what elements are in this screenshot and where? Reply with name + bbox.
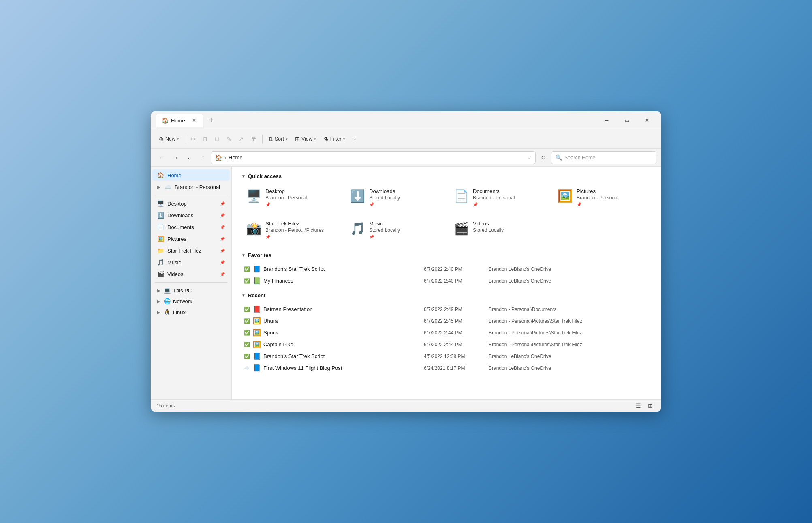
folder-card-videos[interactable]: 🎬 Videos Stored Locally [449,216,548,244]
delete-button[interactable]: 🗑 [248,132,260,146]
search-box[interactable]: 🔍 Search Home [551,151,656,164]
folder-card-music[interactable]: 🎵 Music Stored Locally 📌 [345,216,444,244]
cut-icon: ✂ [191,136,196,142]
file-row-startrek-script[interactable]: ✅ 📘 Brandon's Star Trek Script 6/7/2022 … [241,263,652,275]
tab-home[interactable]: 🏠 Home ✕ [156,114,203,127]
file-row-startrekscript2[interactable]: ✅ 📘 Brandon's Star Trek Script 4/5/2022 … [241,350,652,362]
videos-pin-icon: 📌 [220,272,225,277]
win11blog-name: First Windows 11 Flight Blog Post [263,365,424,371]
forward-button[interactable]: → [169,152,182,164]
minimize-button[interactable]: ─ [597,114,616,127]
sidebar-thispc-label: This PC [173,287,225,294]
refresh-button[interactable]: ↻ [537,152,549,164]
sidebar-item-brandon-personal[interactable]: ▶ ☁️ Brandon - Personal [152,181,230,193]
file-row-win11blog[interactable]: ☁️ 📘 First Windows 11 Flight Blog Post 6… [241,362,652,374]
recent-list: ✅ 📕 Batman Presentation 6/7/2022 2:49 PM… [241,303,652,374]
sidebar-network-label: Network [173,298,225,304]
folder-card-desktop[interactable]: 🖥️ Desktop Brandon - Personal 📌 [241,184,340,212]
uhura-name: Uhura [263,318,424,324]
sidebar-expand-icon: ▶ [157,185,160,189]
new-tab-button[interactable]: + [205,114,217,126]
downloads-card-pin: 📌 [369,202,439,207]
videos-card-name: Videos [473,221,543,227]
sidebar-item-desktop[interactable]: 🖥️ Desktop 📌 [152,198,230,209]
filter-button[interactable]: ⚗ Filter ▾ [320,132,348,146]
back-button[interactable]: ← [156,152,168,164]
search-placeholder: Search Home [564,155,595,161]
sidebar-brandon-label: Brandon - Personal [175,184,225,190]
sidebar-item-network[interactable]: ▶ 🌐 Network [152,296,230,307]
documents-folder-icon: 📄 [157,224,164,230]
tab-close-button[interactable]: ✕ [191,117,197,124]
sidebar-item-linux[interactable]: ▶ 🐧 Linux [152,307,230,317]
close-button[interactable]: ✕ [638,114,656,127]
file-row-captainpike[interactable]: ✅ 🖼️ Captain Pike 6/7/2022 2:44 PM Brand… [241,339,652,350]
batman-date: 6/7/2022 2:49 PM [424,307,489,312]
sidebar-item-pictures[interactable]: 🖼️ Pictures 📌 [152,233,230,244]
maximize-button[interactable]: ▭ [618,114,636,127]
videos-card-icon: 🎬 [454,221,469,236]
startrek-pin-icon: 📌 [220,249,225,253]
sidebar-item-documents[interactable]: 📄 Documents 📌 [152,221,230,233]
address-home-icon: 🏠 [215,154,222,161]
myfinances-status-icon: ✅ [244,278,253,284]
quick-access-chevron-icon: ▼ [241,174,246,178]
copy-button[interactable]: ⊓ [200,132,211,146]
sidebar-item-downloads[interactable]: ⬇️ Downloads 📌 [152,210,230,221]
captainpike-file-icon: 🖼️ [253,341,263,348]
new-button[interactable]: ⊕ New ▾ [156,132,182,146]
sidebar-item-startrekfilez[interactable]: 📁 Star Trek Filez 📌 [152,245,230,256]
recent-header[interactable]: ▼ Recent [241,292,652,298]
file-row-spock[interactable]: ✅ 🖼️ Spock 6/7/2022 2:44 PM Brandon - Pe… [241,327,652,339]
toolbar: ⊕ New ▾ ✂ ⊓ ⊔ ✎ ↗ 🗑 ⇅ Sort ▾ ⊞ [151,129,661,149]
items-count: 15 items [156,403,175,409]
rename-button[interactable]: ✎ [223,132,235,146]
sidebar-pictures-label: Pictures [167,236,217,242]
quick-access-header[interactable]: ▼ Quick access [241,173,652,179]
up-button[interactable]: ↑ [197,152,209,164]
startrekscript2-file-icon: 📘 [253,352,263,360]
pictures-card-sub: Brandon - Personal [577,195,647,201]
sidebar-item-videos[interactable]: 🎬 Videos 📌 [152,268,230,280]
cut-button[interactable]: ✂ [188,132,199,146]
recent-locations-button[interactable]: ⌄ [183,152,195,164]
list-view-button[interactable]: ☰ [633,401,643,410]
linux-expand-icon: ▶ [157,310,160,315]
folder-card-startrek[interactable]: 📸 Star Trek Filez Brandon - Perso...\Pic… [241,216,340,244]
more-label: ··· [353,136,357,142]
view-button[interactable]: ⊞ View ▾ [292,132,319,146]
grid-view-button[interactable]: ⊞ [645,401,656,410]
sidebar-divider-2 [155,282,227,283]
startrek-script-date: 6/7/2022 2:40 PM [424,266,489,272]
pictures-card-info: Pictures Brandon - Personal 📌 [577,188,647,207]
share-icon: ↗ [239,136,244,142]
startrek-card-name: Star Trek Filez [265,221,335,227]
folder-card-downloads[interactable]: ⬇️ Downloads Stored Locally 📌 [345,184,444,212]
file-row-batman[interactable]: ✅ 📕 Batman Presentation 6/7/2022 2:49 PM… [241,303,652,315]
address-bar[interactable]: 🏠 › Home ⌄ [211,151,536,164]
startrek-card-pin: 📌 [265,235,335,239]
linux-icon: 🐧 [164,309,171,315]
sort-button[interactable]: ⇅ Sort ▾ [265,132,291,146]
folder-card-pictures[interactable]: 🖼️ Pictures Brandon - Personal 📌 [553,184,652,212]
paste-button[interactable]: ⊔ [212,132,222,146]
startrek-card-info: Star Trek Filez Brandon - Perso...\Pictu… [265,221,335,239]
documents-card-info: Documents Brandon - Personal 📌 [473,188,543,207]
file-row-myfinances[interactable]: ✅ 📗 My Finances 6/7/2022 2:40 PM Brandon… [241,275,652,287]
documents-card-pin: 📌 [473,202,543,207]
sidebar-item-this-pc[interactable]: ▶ 💻 This PC [152,285,230,296]
favorites-header[interactable]: ▼ Favorites [241,252,652,258]
startrek-script-file-icon: 📘 [253,265,263,273]
sidebar-item-home[interactable]: 🏠 Home [152,169,230,181]
address-dropdown-icon[interactable]: ⌄ [528,155,531,160]
rename-icon: ✎ [227,136,231,142]
share-button[interactable]: ↗ [235,132,247,146]
file-row-uhura[interactable]: ✅ 🖼️ Uhura 6/7/2022 2:45 PM Brandon - Pe… [241,315,652,327]
pictures-card-icon: 🖼️ [558,189,573,203]
batman-location: Brandon - Personal\Documents [489,307,649,312]
network-icon: 🌐 [164,298,171,304]
more-button[interactable]: ··· [349,132,360,146]
sidebar-item-music[interactable]: 🎵 Music 📌 [152,257,230,268]
folder-card-documents[interactable]: 📄 Documents Brandon - Personal 📌 [449,184,548,212]
music-card-icon: 🎵 [350,221,365,236]
